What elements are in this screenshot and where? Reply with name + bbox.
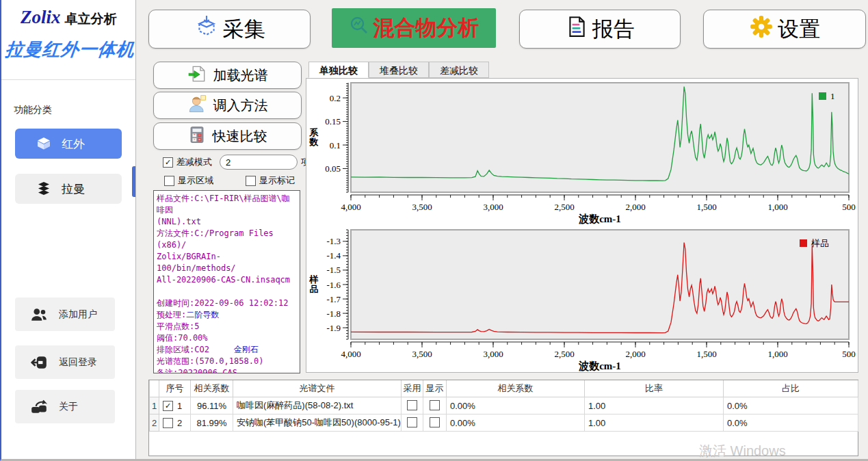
show-region-label: 显示区域: [178, 174, 213, 187]
subtract-count-input[interactable]: [220, 155, 298, 170]
svg-text:波数cm-1: 波数cm-1: [578, 213, 621, 224]
ratio-value: 1.00: [585, 397, 724, 414]
col-ratio: 比率: [585, 380, 724, 397]
adopt-checkbox[interactable]: [407, 400, 417, 410]
svg-text:+: +: [193, 133, 195, 137]
col-seq: 序号: [159, 380, 191, 397]
sidebar-item-add-user[interactable]: 添加用户: [15, 298, 115, 331]
tab-label: 堆叠比较: [380, 65, 418, 76]
sidebar-item-label: 添加用户: [59, 308, 97, 321]
sidebar-item-back-to-login[interactable]: 返回登录: [15, 345, 115, 379]
svg-text:-1.5: -1.5: [326, 265, 341, 275]
sample-spectrum-chart[interactable]: -1.3-1.4-1.5-1.6-1.7-1.8-1.94,0003,5003,…: [306, 226, 858, 373]
svg-text:3,500: 3,500: [412, 349, 432, 359]
cube-3d-icon: [36, 135, 52, 152]
tab-subtract-compare[interactable]: 差减比较: [429, 62, 489, 78]
table-row[interactable]: 2 2 81.99% 安钠咖(苯甲酸钠50-咖啡因50)(8000-95-1).…: [150, 414, 858, 432]
show-checkbox[interactable]: [430, 400, 440, 410]
seq-value: 2: [177, 418, 182, 428]
show-marker-checkbox[interactable]: [246, 176, 256, 186]
load-spectrum-icon: [187, 64, 207, 87]
correlation-value: 81.99%: [191, 414, 233, 432]
calculator-icon: +−×=: [188, 126, 206, 147]
svg-text:-1.9: -1.9: [326, 323, 341, 333]
subtract-mode-checkbox[interactable]: ✓: [163, 157, 173, 168]
settings-button[interactable]: 设置: [703, 10, 866, 49]
quick-compare-button[interactable]: +−×= 快速比较: [153, 122, 302, 150]
svg-text:0.15: 0.15: [325, 116, 341, 127]
tab-stack-compare[interactable]: 堆叠比较: [369, 62, 429, 78]
info-create-time: 创建时间:2022-09-06 12:02:12: [157, 298, 297, 309]
svg-text:1: 1: [830, 91, 835, 101]
svg-text:2,500: 2,500: [554, 349, 574, 359]
tab-single-compare[interactable]: 单独比较: [308, 62, 369, 78]
load-method-button[interactable]: 调入方法: [153, 92, 302, 119]
app-window: Zolix卓立分析 拉曼红外一体机 功能分类 红外 拉曼 添加用户: [0, 0, 868, 461]
svg-text:×: ×: [193, 137, 195, 141]
quick-compare-label: 快速比较: [213, 127, 267, 146]
sidebar-section-label: 功能分类: [14, 104, 52, 116]
svg-text:0.05: 0.05: [325, 163, 341, 174]
svg-text:0.2: 0.2: [330, 93, 341, 103]
sidebar-item-about[interactable]: 关于: [15, 390, 115, 423]
correlation-value: 96.11%: [191, 397, 233, 414]
svg-text:1,500: 1,500: [696, 349, 716, 359]
show-marker-label: 显示标记: [259, 174, 295, 187]
svg-text:-1.7: -1.7: [326, 294, 341, 304]
svg-text:-1.8: -1.8: [326, 308, 341, 319]
mixture-analysis-button[interactable]: 混合物分析: [332, 8, 496, 48]
svg-text:系: 系: [309, 127, 319, 137]
info-preprocess: 预处理:二阶导数: [157, 309, 297, 321]
info-method-file-3: All-20220906-CAS-CN.insaqcm: [157, 274, 297, 286]
info-preprocess-value: 二阶导数: [186, 310, 219, 319]
col-correlation2: 相关系数: [447, 380, 585, 397]
correlation2-value: 0.00%: [447, 397, 585, 414]
sidebar-item-infrared[interactable]: 红外: [15, 129, 122, 159]
logout-arrow-icon: [30, 354, 48, 371]
sidebar-item-label: 返回登录: [59, 356, 97, 369]
settings-label: 设置: [778, 15, 820, 44]
info-smooth-points: 平滑点数:5: [157, 321, 297, 332]
collect-label: 采集: [223, 15, 265, 44]
svg-text:品: 品: [310, 284, 319, 294]
library-spectrum-chart[interactable]: 0.050.10.150.24,0003,5003,0002,5002,0001…: [306, 79, 858, 226]
svg-text:2,500: 2,500: [554, 202, 574, 212]
info-exclude-region: 排除区域:CO2金刚石: [157, 344, 297, 356]
subtract-mode-label: 差减模式: [176, 156, 212, 168]
windows-activation-watermark: 激活 Windows: [699, 442, 786, 460]
info-remark: 备注:20220906-CAS: [157, 367, 297, 373]
load-spectrum-button[interactable]: 加载光谱: [153, 62, 302, 89]
svg-text:-1.3: -1.3: [326, 236, 341, 246]
collect-button[interactable]: 采集: [148, 10, 311, 49]
svg-text:-1.6: -1.6: [326, 280, 341, 290]
show-checkbox[interactable]: [430, 417, 440, 427]
table-corner: [150, 380, 159, 397]
info-sample-file: 样品文件:C:\FI-RIR\样品图谱\咖啡因: [157, 193, 297, 216]
seq-checkbox[interactable]: ✓: [163, 401, 173, 411]
svg-text:0.1: 0.1: [330, 140, 341, 150]
company-name: 卓立分析: [65, 12, 117, 26]
row-number: 1: [150, 397, 159, 414]
show-region-checkbox[interactable]: [164, 176, 174, 186]
about-icon: [30, 398, 48, 416]
load-method-label: 调入方法: [213, 96, 268, 115]
row-number: 2: [150, 414, 159, 432]
sidebar-divider: [1, 79, 135, 80]
sidebar: Zolix卓立分析 拉曼红外一体机 功能分类 红外 拉曼 添加用户: [1, 0, 136, 459]
share-value: 0.0%: [724, 414, 858, 432]
report-button[interactable]: 报告: [519, 10, 681, 49]
svg-text:−: −: [198, 133, 200, 137]
display-options-row: 显示区域 显示标记: [164, 174, 295, 187]
info-sample-file-2: (NNL).txt: [157, 216, 297, 228]
sidebar-item-raman[interactable]: 拉曼: [15, 174, 122, 204]
spectrum-file-name: 安钠咖(苯甲酸钠50-咖啡因50)(8000-95-1).txt: [233, 414, 402, 432]
seq-checkbox[interactable]: [163, 418, 173, 428]
collect-cube-icon: [194, 14, 219, 44]
info-spectral-range: 光谱范围:(570.0,1858.0): [157, 356, 297, 367]
table-row[interactable]: 1 ✓1 96.11% 咖啡因(麻醉药品)(58-08-2).txt 0.00%…: [150, 397, 858, 414]
users-icon: [30, 306, 48, 324]
adopt-checkbox[interactable]: [407, 417, 417, 427]
col-show: 显示: [423, 380, 447, 397]
info-method-file-2: Zolix/BGRAIn-100/bin/methods/: [157, 251, 297, 274]
col-adopt: 采用: [402, 380, 423, 397]
